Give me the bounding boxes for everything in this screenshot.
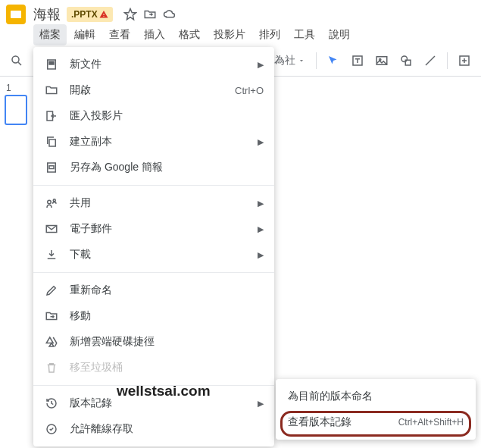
history-icon bbox=[44, 396, 59, 411]
line-tool-icon[interactable] bbox=[420, 50, 441, 71]
theme-dropdown[interactable]: 為社 bbox=[270, 54, 310, 67]
rename-icon bbox=[44, 283, 59, 298]
download-icon bbox=[44, 247, 59, 262]
menu-make-copy[interactable]: 建立副本 ▶ bbox=[33, 129, 274, 155]
version-history-submenu: 為目前的版本命名 查看版本記錄 Ctrl+Alt+Shift+H bbox=[276, 379, 476, 440]
folder-icon bbox=[44, 83, 59, 98]
new-doc-icon bbox=[44, 57, 59, 72]
warning-icon bbox=[99, 10, 108, 19]
trash-icon bbox=[44, 360, 59, 375]
submenu-arrow-icon: ▶ bbox=[258, 60, 264, 70]
menu-edit[interactable]: 編輯 bbox=[68, 24, 102, 45]
menu-rename[interactable]: 重新命名 bbox=[33, 277, 274, 303]
move-icon bbox=[44, 309, 59, 324]
search-icon[interactable] bbox=[6, 50, 27, 71]
submenu-arrow-icon: ▶ bbox=[258, 399, 264, 409]
menu-import-slides[interactable]: 匯入投影片 bbox=[33, 103, 274, 129]
menu-open[interactable]: 開啟 Ctrl+O bbox=[33, 77, 274, 103]
move-folder-icon[interactable] bbox=[143, 8, 157, 21]
svg-point-4 bbox=[401, 56, 408, 62]
menu-offline[interactable]: 允許離線存取 bbox=[33, 416, 274, 442]
select-tool-icon[interactable] bbox=[323, 50, 344, 71]
copy-icon bbox=[44, 134, 59, 149]
svg-rect-11 bbox=[49, 166, 54, 169]
transition-icon[interactable] bbox=[454, 50, 475, 71]
menu-view[interactable]: 查看 bbox=[103, 24, 136, 45]
offline-icon bbox=[44, 421, 59, 437]
watermark-text: wellstsai.com bbox=[117, 383, 211, 399]
menu-move[interactable]: 移動 bbox=[33, 303, 274, 329]
app-logo[interactable] bbox=[6, 5, 26, 24]
drive-shortcut-icon bbox=[44, 334, 59, 349]
star-icon[interactable] bbox=[123, 8, 137, 21]
import-icon bbox=[44, 108, 59, 124]
menu-format[interactable]: 格式 bbox=[173, 24, 206, 45]
submenu-see-version-history[interactable]: 查看版本記錄 Ctrl+Alt+Shift+H bbox=[276, 409, 476, 435]
menu-share[interactable]: 共用 ▶ bbox=[33, 190, 274, 216]
svg-rect-8 bbox=[49, 61, 54, 64]
menu-save-as-google[interactable]: 另存為 Google 簡報 bbox=[33, 155, 274, 180]
shape-tool-icon[interactable] bbox=[395, 50, 417, 71]
thumbnail-panel: 1 bbox=[0, 77, 32, 448]
menu-trash: 移至垃圾桶 bbox=[33, 355, 274, 381]
menu-email[interactable]: 電子郵件 ▶ bbox=[33, 216, 274, 242]
menu-new-document[interactable]: 新文件 ▶ bbox=[33, 52, 274, 77]
cloud-icon[interactable] bbox=[163, 8, 176, 21]
menu-download[interactable]: 下載 ▶ bbox=[33, 242, 274, 268]
menu-tools[interactable]: 工具 bbox=[288, 24, 321, 45]
email-icon bbox=[44, 221, 59, 237]
svg-rect-9 bbox=[49, 139, 55, 146]
svg-point-0 bbox=[12, 56, 19, 63]
slide-number: 1 bbox=[3, 83, 29, 93]
menu-help[interactable]: 說明 bbox=[323, 24, 356, 45]
submenu-arrow-icon: ▶ bbox=[258, 250, 264, 260]
menu-file[interactable]: 檔案 bbox=[33, 24, 67, 45]
svg-point-12 bbox=[48, 200, 52, 204]
menu-slide[interactable]: 投影片 bbox=[208, 24, 251, 45]
share-icon bbox=[44, 196, 59, 211]
menu-insert[interactable]: 插入 bbox=[138, 24, 171, 45]
svg-point-13 bbox=[53, 199, 55, 202]
slide-thumbnail[interactable] bbox=[5, 95, 27, 125]
menu-arrange[interactable]: 排列 bbox=[253, 24, 286, 45]
menubar: 檔案 編輯 查看 插入 格式 投影片 排列 工具 說明 bbox=[0, 24, 481, 45]
doc-title[interactable]: 海報 bbox=[33, 5, 61, 23]
save-slides-icon bbox=[44, 160, 59, 175]
submenu-arrow-icon: ▶ bbox=[258, 137, 264, 147]
menu-add-drive-shortcut[interactable]: 新增雲端硬碟捷徑 bbox=[33, 329, 274, 355]
submenu-arrow-icon: ▶ bbox=[258, 199, 264, 208]
submenu-name-current-version[interactable]: 為目前的版本命名 bbox=[276, 384, 476, 409]
submenu-arrow-icon: ▶ bbox=[258, 224, 264, 234]
image-tool-icon[interactable] bbox=[371, 50, 392, 71]
textbox-tool-icon[interactable] bbox=[347, 50, 368, 71]
file-format-badge: .PPTX bbox=[67, 7, 113, 22]
